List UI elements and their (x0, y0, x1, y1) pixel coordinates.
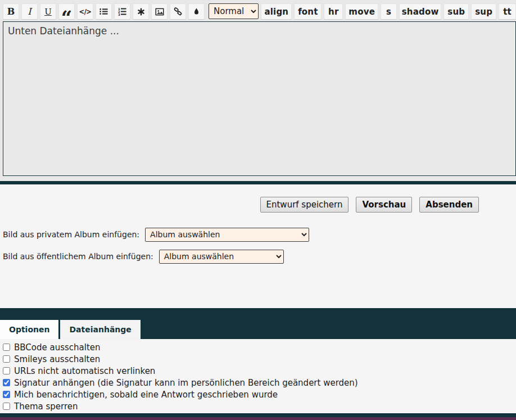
option-smileys-checkbox[interactable] (3, 355, 10, 363)
option-smileys[interactable]: Smileys ausschalten (3, 353, 516, 365)
option-bbcode-checkbox[interactable] (3, 344, 10, 351)
move-button[interactable]: move (345, 3, 378, 20)
option-smileys-label: Smileys ausschalten (14, 354, 100, 364)
post-options-area: Entwurf speichern Vorschau Absenden Bild… (0, 184, 516, 420)
underline-button[interactable]: U (40, 3, 56, 20)
bbcode-toolbar: B I U “ </> 123 Normal align font hr mov… (3, 3, 516, 20)
option-urls[interactable]: URLs nicht automatisch verlinken (3, 365, 516, 377)
option-urls-label: URLs nicht automatisch verlinken (14, 366, 155, 376)
preview-button[interactable]: Vorschau (356, 197, 412, 213)
option-signature-checkbox[interactable] (3, 379, 10, 386)
public-album-label: Bild aus öffentlichem Album einfügen: (3, 252, 153, 261)
submit-button[interactable]: Absenden (419, 197, 479, 213)
numbered-list-button[interactable]: 123 (114, 3, 130, 20)
tab-dateianhaenge[interactable]: Dateianhänge (60, 320, 140, 339)
private-album-row: Bild aus privatem Album einfügen: Album … (3, 227, 309, 242)
font-button[interactable]: font (294, 3, 322, 20)
color-drop-button[interactable] (188, 3, 205, 20)
bold-icon: B (7, 6, 15, 17)
footer-purple-bar (0, 417, 516, 420)
option-lock-topic-label: Thema sperren (14, 401, 78, 412)
option-bbcode[interactable]: BBCode ausschalten (3, 341, 516, 353)
tab-optionen[interactable]: Optionen (0, 320, 58, 339)
svg-text:3: 3 (118, 13, 120, 16)
sup-button[interactable]: sup (471, 3, 496, 20)
quote-button[interactable]: “ (58, 3, 75, 20)
color-drop-icon (192, 7, 201, 16)
italic-button[interactable]: I (21, 3, 38, 20)
private-album-label: Bild aus privatem Album einfügen: (3, 230, 139, 239)
message-textarea[interactable] (3, 21, 516, 176)
option-signature[interactable]: Signatur anhängen (die Signatur kann im … (3, 377, 516, 389)
options-list: BBCode ausschalten Smileys ausschalten U… (3, 341, 516, 412)
strike-button[interactable]: s (381, 3, 397, 20)
image-button[interactable] (151, 3, 168, 20)
align-button[interactable]: align (261, 3, 292, 20)
option-notify[interactable]: Mich benachrichtigen, sobald eine Antwor… (3, 389, 516, 400)
option-lock-topic[interactable]: Thema sperren (3, 400, 516, 412)
option-signature-label: Signatur anhängen (die Signatur kann im … (14, 378, 358, 388)
underline-icon: U (44, 7, 52, 17)
private-album-select[interactable]: Album auswählen (145, 228, 309, 242)
sub-button[interactable]: sub (443, 3, 469, 20)
format-select[interactable]: Normal (209, 3, 259, 19)
option-notify-label: Mich benachrichtigen, sobald eine Antwor… (14, 390, 278, 400)
bullet-list-button[interactable] (96, 3, 112, 20)
numbered-list-icon: 123 (117, 7, 127, 16)
public-album-select[interactable]: Album auswählen (159, 250, 284, 264)
option-notify-checkbox[interactable] (3, 391, 10, 398)
asterisk-button[interactable] (133, 3, 149, 20)
code-button[interactable]: </> (77, 3, 93, 20)
option-urls-checkbox[interactable] (3, 367, 10, 374)
footer-teal-bar (0, 413, 516, 417)
public-album-row: Bild aus öffentlichem Album einfügen: Al… (3, 249, 284, 264)
bold-button[interactable]: B (3, 3, 19, 20)
action-buttons: Entwurf speichern Vorschau Absenden (0, 197, 479, 213)
option-lock-topic-checkbox[interactable] (3, 403, 10, 410)
option-bbcode-label: BBCode ausschalten (14, 342, 101, 353)
hr-button[interactable]: hr (324, 3, 343, 20)
link-button[interactable] (170, 3, 186, 20)
save-draft-button[interactable]: Entwurf speichern (260, 197, 349, 213)
editor-area: B I U “ </> 123 Normal align font hr mov… (0, 0, 516, 181)
asterisk-icon (137, 7, 146, 16)
bullet-list-icon (99, 7, 108, 16)
code-icon: </> (79, 8, 92, 16)
italic-icon: I (28, 6, 31, 17)
options-tab-band: Optionen Dateianhänge (0, 308, 516, 339)
image-icon (155, 7, 165, 17)
tt-button[interactable]: tt (499, 3, 516, 20)
link-icon (173, 7, 183, 16)
shadow-button[interactable]: shadow (399, 3, 441, 20)
